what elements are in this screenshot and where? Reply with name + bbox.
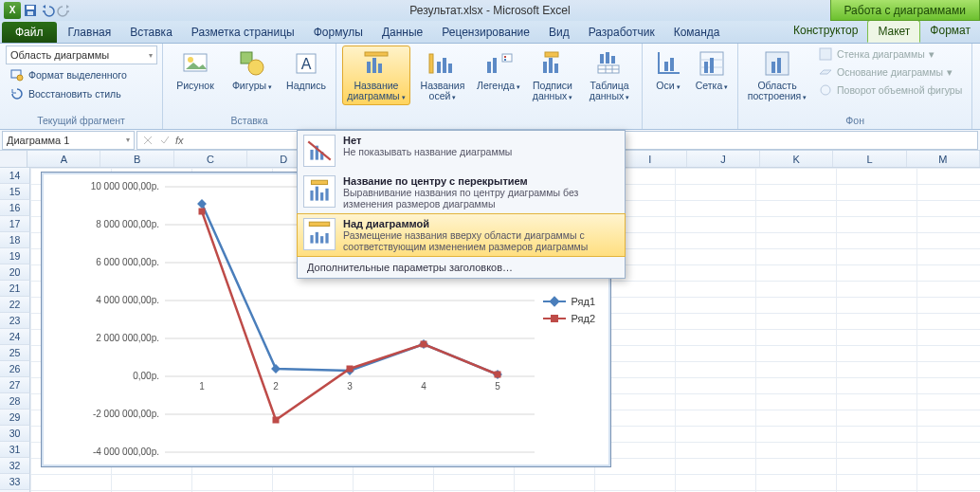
fx-icon[interactable]: fx xyxy=(175,135,184,146)
textbox-icon: A xyxy=(291,48,321,79)
svg-text:1: 1 xyxy=(199,381,205,392)
textbox-button[interactable]: A Надпись xyxy=(282,46,330,94)
svg-rect-15 xyxy=(429,54,433,73)
svg-rect-52 xyxy=(316,187,318,201)
tab-file[interactable]: Файл xyxy=(2,22,57,43)
col-header[interactable]: K xyxy=(760,151,833,167)
row-header[interactable]: 24 xyxy=(0,329,30,345)
legend-icon xyxy=(483,48,514,79)
grid-icon xyxy=(697,48,727,79)
svg-rect-45 xyxy=(820,48,831,60)
col-header[interactable]: M xyxy=(907,151,980,167)
row-header[interactable]: 21 xyxy=(0,281,30,297)
svg-rect-28 xyxy=(600,54,604,64)
row-header[interactable]: 31 xyxy=(0,442,30,458)
svg-rect-16 xyxy=(437,62,441,73)
tab-developer[interactable]: Разработчик xyxy=(579,22,664,43)
dd-item-none[interactable]: НетНе показывать название диаграммы xyxy=(298,131,625,172)
dd-more-options[interactable]: Дополнительные параметры заголовков… xyxy=(298,256,625,278)
tab-data[interactable]: Данные xyxy=(372,22,432,43)
dd-item-overlay[interactable]: Название по центру с перекрытиемВыравнив… xyxy=(298,172,625,214)
legend-button[interactable]: Легенда xyxy=(475,46,522,95)
picture-icon xyxy=(180,48,210,79)
tab-format[interactable]: Формат xyxy=(920,20,980,43)
chart-element-combo[interactable]: Область диаграммы▾ xyxy=(6,46,157,64)
tab-view[interactable]: Вид xyxy=(539,22,579,43)
col-header[interactable]: J xyxy=(687,151,760,167)
row-header[interactable]: 33 xyxy=(0,474,30,490)
chart-legend[interactable]: Ряд1 Ряд2 xyxy=(543,296,595,330)
data-labels-button[interactable]: Подписи данных xyxy=(526,46,579,105)
group-background: Область построения Стенка диаграммы ▾ Ос… xyxy=(738,44,972,129)
svg-rect-36 xyxy=(670,58,674,71)
row-header[interactable]: 20 xyxy=(0,264,30,281)
svg-rect-2 xyxy=(27,11,33,15)
dd-item-above[interactable]: Над диаграммойРазмещение названия вверху… xyxy=(297,213,626,257)
col-header[interactable]: L xyxy=(833,151,906,167)
tab-review[interactable]: Рецензирование xyxy=(432,22,539,43)
row-header[interactable]: 22 xyxy=(0,297,30,313)
row-header[interactable]: 27 xyxy=(0,377,30,393)
row-header[interactable]: 14 xyxy=(0,168,30,184)
row-header[interactable]: 30 xyxy=(0,426,30,442)
svg-text:-4 000 000,00р.: -4 000 000,00р. xyxy=(93,446,159,457)
row-header[interactable]: 25 xyxy=(0,345,30,361)
tab-team[interactable]: Команда xyxy=(664,22,730,43)
rotation-button: Поворот объемной фигуры xyxy=(814,82,966,99)
enter-icon[interactable] xyxy=(158,134,172,147)
svg-rect-82 xyxy=(197,199,207,209)
format-selection-button[interactable]: Формат выделенного xyxy=(6,66,131,83)
col-header[interactable]: C xyxy=(174,151,247,167)
group-analysis: Линия тренда xyxy=(972,44,980,129)
axes-button[interactable]: Оси xyxy=(648,46,688,95)
chart-title-dropdown: НетНе показывать название диаграммы Назв… xyxy=(297,130,626,279)
gridlines-button[interactable]: Сетка xyxy=(692,46,732,95)
row-header[interactable]: 29 xyxy=(0,410,30,426)
group-current-selection: Область диаграммы▾ Формат выделенного Во… xyxy=(0,44,163,129)
col-header[interactable]: A xyxy=(27,151,100,167)
chart-title-button[interactable]: Название диаграммы xyxy=(342,46,410,105)
svg-text:10 000 000,00р.: 10 000 000,00р. xyxy=(91,181,159,191)
svg-rect-60 xyxy=(325,233,328,244)
data-table-button[interactable]: Таблица данных xyxy=(583,46,636,105)
svg-rect-26 xyxy=(554,64,558,73)
row-header[interactable]: 15 xyxy=(0,184,30,200)
reset-style-button[interactable]: Восстановить стиль xyxy=(6,85,125,102)
undo-icon[interactable] xyxy=(40,3,55,18)
svg-text:8 000 000,00р.: 8 000 000,00р. xyxy=(96,219,159,229)
save-icon[interactable] xyxy=(23,3,38,18)
tab-pagelayout[interactable]: Разметка страницы xyxy=(182,22,304,43)
redo-icon[interactable] xyxy=(57,3,72,18)
row-header[interactable]: 23 xyxy=(0,313,30,329)
row-header[interactable]: 32 xyxy=(0,458,30,474)
svg-point-8 xyxy=(248,60,263,75)
select-all-corner[interactable] xyxy=(0,151,27,167)
name-box[interactable]: Диаграмма 1▾ xyxy=(2,131,135,150)
tab-home[interactable]: Главная xyxy=(59,22,121,43)
svg-rect-55 xyxy=(311,180,327,184)
col-header[interactable]: B xyxy=(100,151,173,167)
svg-rect-89 xyxy=(347,366,354,373)
row-header[interactable]: 26 xyxy=(0,361,30,377)
svg-rect-17 xyxy=(443,58,446,73)
svg-rect-59 xyxy=(320,236,323,243)
format-selection-icon xyxy=(9,67,25,82)
group-insert: Рисунок Фигуры A Надпись Вставка xyxy=(163,44,336,129)
row-header[interactable]: 19 xyxy=(0,248,30,264)
plot-area-button[interactable]: Область построения xyxy=(744,46,810,105)
tab-formulas[interactable]: Формулы xyxy=(304,22,372,43)
row-header[interactable]: 17 xyxy=(0,216,30,232)
picture-button[interactable]: Рисунок xyxy=(169,46,222,94)
tab-layout[interactable]: Макет xyxy=(867,20,920,43)
legend-item-2[interactable]: Ряд2 xyxy=(543,313,595,324)
row-header[interactable]: 28 xyxy=(0,393,30,410)
axis-titles-button[interactable]: Названия осей xyxy=(414,46,471,105)
ribbon: Область диаграммы▾ Формат выделенного Во… xyxy=(0,44,980,130)
shapes-button[interactable]: Фигуры xyxy=(226,46,279,95)
tab-insert[interactable]: Вставка xyxy=(120,22,182,43)
tab-design[interactable]: Конструктор xyxy=(784,20,867,43)
row-header[interactable]: 18 xyxy=(0,232,30,248)
legend-item-1[interactable]: Ряд1 xyxy=(543,296,595,307)
cancel-icon[interactable] xyxy=(141,134,154,147)
row-header[interactable]: 16 xyxy=(0,200,30,216)
